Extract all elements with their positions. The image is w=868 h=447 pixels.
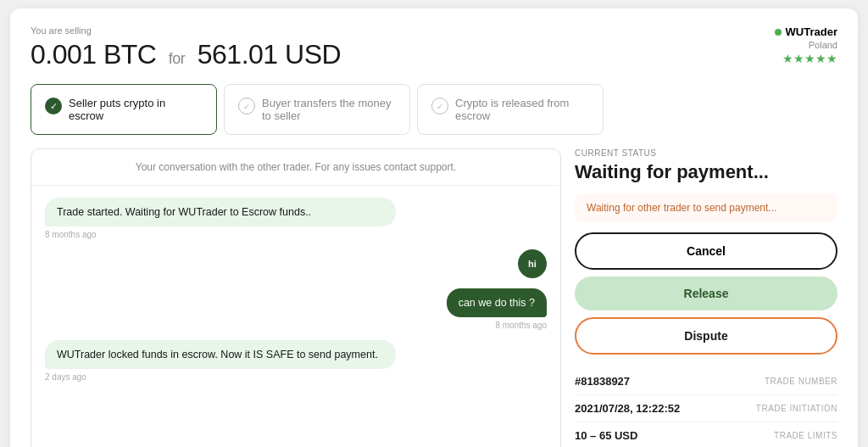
user-info: WUTrader Poland ★★★★★: [775, 25, 837, 65]
selling-label: You are selling: [31, 25, 341, 36]
system-message-1: Trade started. Waiting for WUTrader to E…: [45, 198, 396, 226]
list-item: hi: [518, 249, 547, 278]
system-message-2: WUTrader locked funds in escrow. Now it …: [45, 340, 396, 369]
message-time-2: 8 months ago: [495, 321, 547, 330]
message-time-1: 8 months ago: [45, 230, 547, 239]
online-dot: [775, 29, 782, 36]
status-label: CURRENT STATUS: [575, 148, 837, 158]
step-3-label: Crypto is released from escrow: [455, 97, 589, 122]
selling-amount: 0.001 BTC for 561.01 USD: [31, 39, 341, 70]
main-content: Your conversation with the other trader.…: [31, 148, 837, 447]
status-title: Waiting for payment...: [575, 161, 837, 183]
trade-limits-key: TRADE LIMITS: [774, 431, 837, 440]
list-item: can we do this ? 8 months ago: [447, 288, 547, 330]
steps-bar: ✓ Seller puts crypto in escrow ✓ Buyer t…: [31, 84, 837, 135]
main-container: You are selling 0.001 BTC for 561.01 USD…: [10, 8, 858, 447]
trade-number-value: #81838927: [575, 375, 630, 388]
btc-amount: 0.001 BTC: [31, 39, 156, 70]
table-row: 10 – 65 USD TRADE LIMITS: [575, 422, 837, 447]
step-1: ✓ Seller puts crypto in escrow: [31, 84, 217, 135]
user-stars: ★★★★★: [775, 52, 837, 65]
usd-price: 561.01 USD: [198, 39, 341, 70]
dispute-button[interactable]: Dispute: [575, 317, 837, 355]
trade-info: #81838927 TRADE NUMBER 2021/07/28, 12:22…: [575, 368, 837, 447]
list-item: Trade started. Waiting for WUTrader to E…: [45, 198, 547, 239]
sent-message-1: can we do this ?: [447, 288, 547, 317]
table-row: #81838927 TRADE NUMBER: [575, 368, 837, 395]
release-button[interactable]: Release: [575, 277, 837, 310]
cancel-button[interactable]: Cancel: [575, 232, 837, 270]
step-2-label: Buyer transfers the money to seller: [262, 97, 396, 122]
hi-bubble: hi: [518, 249, 547, 278]
chat-area: Your conversation with the other trader.…: [31, 148, 561, 447]
message-time-3: 2 days ago: [45, 372, 547, 382]
table-row: 2021/07/28, 12:22:52 TRADE INITIATION: [575, 395, 837, 422]
selling-info: You are selling 0.001 BTC for 561.01 USD: [31, 25, 341, 70]
header: You are selling 0.001 BTC for 561.01 USD…: [31, 25, 837, 70]
trade-number-key: TRADE NUMBER: [765, 377, 837, 386]
username: WUTrader: [786, 25, 837, 38]
chat-messages: Trade started. Waiting for WUTrader to E…: [31, 186, 560, 447]
step-2-icon: ✓: [238, 98, 255, 115]
step-1-icon: ✓: [45, 98, 62, 115]
trade-initiation-value: 2021/07/28, 12:22:52: [575, 402, 680, 415]
right-panel: CURRENT STATUS Waiting for payment... Wa…: [575, 148, 837, 447]
chat-header: Your conversation with the other trader.…: [31, 149, 560, 186]
list-item: WUTrader locked funds in escrow. Now it …: [45, 340, 547, 382]
trade-limits-value: 10 – 65 USD: [575, 429, 637, 442]
trade-initiation-key: TRADE INITIATION: [756, 404, 837, 413]
for-text: for: [169, 50, 186, 67]
user-status: WUTrader: [775, 25, 837, 38]
step-2: ✓ Buyer transfers the money to seller: [224, 84, 410, 135]
step-1-label: Seller puts crypto in escrow: [69, 97, 203, 122]
step-3-icon: ✓: [431, 98, 448, 115]
step-3: ✓ Crypto is released from escrow: [417, 84, 604, 135]
status-banner: Waiting for other trader to send payment…: [575, 193, 837, 222]
user-country: Poland: [775, 40, 837, 50]
